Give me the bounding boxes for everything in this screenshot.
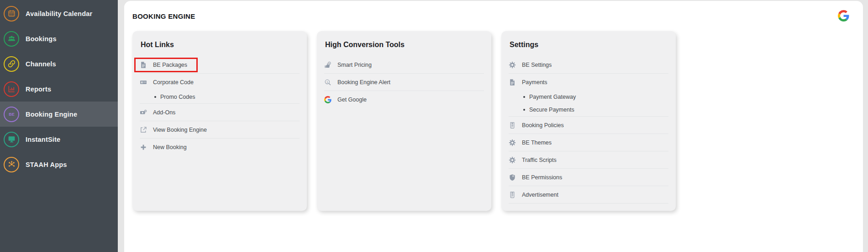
link-view-booking-engine[interactable]: View Booking Engine: [140, 121, 300, 138]
link-be-packages[interactable]: BE Packages: [140, 56, 300, 73]
row-content: BE Permissions: [509, 174, 562, 181]
bullet-dot: [154, 96, 156, 98]
link-label: Traffic Scripts: [522, 157, 557, 163]
card-hot-links: Hot LinksBE Packages$Corporate CodePromo…: [132, 31, 307, 211]
policy-icon: [509, 191, 516, 198]
svg-text:$: $: [329, 62, 330, 64]
link-booking-policies[interactable]: Booking Policies: [509, 117, 668, 134]
row-content: BE Settings: [509, 61, 552, 69]
google-icon: [324, 96, 332, 103]
link-label: View Booking Engine: [153, 127, 207, 133]
link-icon: [4, 56, 19, 72]
google-logo-icon[interactable]: [838, 10, 849, 21]
link-get-google[interactable]: Get Google: [324, 91, 484, 108]
link-label: New Booking: [153, 144, 187, 150]
bullet-dot: [523, 96, 525, 98]
row-content: $Corporate Code: [140, 79, 194, 86]
panel-inner: BOOKING ENGINE Hot LinksBE Packages$Corp…: [124, 1, 863, 252]
link-traffic-scripts[interactable]: Traffic Scripts: [509, 151, 668, 168]
sidebar-item-channels[interactable]: Channels: [0, 51, 118, 76]
hub-icon: [4, 157, 19, 172]
link-label: Get Google: [337, 97, 367, 103]
svg-text:$: $: [326, 80, 328, 83]
sidebar-item-bookings[interactable]: Bookings: [0, 26, 118, 51]
sublink-promo-codes[interactable]: Promo Codes: [140, 91, 300, 103]
sublink-label: Promo Codes: [160, 94, 195, 100]
row-content: $Booking Engine Alert: [324, 79, 390, 86]
link-add-ons[interactable]: Add-Ons: [140, 104, 300, 121]
link-booking-engine-alert[interactable]: $Booking Engine Alert: [324, 74, 484, 91]
link-smart-pricing[interactable]: $Smart Pricing: [324, 56, 484, 73]
gear-icon: [509, 156, 516, 164]
link-label: BE Packages: [153, 62, 187, 68]
row-content: Get Google: [324, 96, 367, 103]
link-advertisement[interactable]: Advertisement: [509, 186, 668, 203]
document-icon: [509, 79, 516, 86]
sidebar-item-label: Availability Calendar: [26, 10, 92, 17]
link-label: Payments: [522, 79, 547, 86]
divider: [509, 203, 668, 204]
link-label: Advertisement: [522, 192, 558, 198]
card-title: High Conversion Tools: [325, 40, 484, 49]
sidebar-item-label: Bookings: [26, 35, 57, 43]
link-label: Booking Policies: [522, 122, 564, 129]
sidebar-item-availability-calendar[interactable]: Availability Calendar: [0, 1, 118, 26]
link-label: Booking Engine Alert: [337, 79, 390, 86]
bullet-dot: [523, 109, 525, 111]
row-content: Advertisement: [509, 191, 558, 198]
link-be-settings[interactable]: BE Settings: [509, 56, 668, 73]
card-high-conversion-tools: High Conversion Tools$Smart Pricing$Book…: [317, 31, 491, 211]
sidebar-item-reports[interactable]: Reports: [0, 76, 118, 102]
addons-icon: [140, 109, 147, 116]
calendar-icon: [4, 6, 19, 21]
document-icon: [140, 61, 147, 69]
link-be-permissions[interactable]: BE Permissions: [509, 169, 668, 186]
sidebar-item-staah-apps[interactable]: STAAH Apps: [0, 152, 118, 177]
policy-icon: [509, 122, 516, 129]
sublink-secure-payments[interactable]: Secure Payments: [509, 103, 668, 116]
link-new-booking[interactable]: New Booking: [140, 139, 300, 155]
svg-text:$: $: [141, 81, 142, 83]
external-link-icon: [140, 126, 147, 134]
card-title: Hot Links: [141, 40, 300, 49]
row-content: Traffic Scripts: [509, 156, 557, 164]
sidebar-item-label: InstantSite: [26, 136, 60, 143]
report-icon: [4, 81, 19, 97]
sidebar: Availability CalendarBookingsChannelsRep…: [0, 0, 118, 252]
sidebar-item-instantsite[interactable]: InstantSite: [0, 127, 118, 152]
link-label: Smart Pricing: [337, 62, 372, 68]
shield-icon: [509, 174, 516, 181]
sidebar-item-label: Booking Engine: [26, 111, 77, 118]
be-badge-icon: BE: [4, 107, 19, 122]
sublink-label: Payment Gateway: [529, 94, 576, 100]
link-be-themes[interactable]: BE Themes: [509, 134, 668, 151]
row-content: New Booking: [140, 144, 187, 151]
page-title: BOOKING ENGINE: [132, 12, 850, 20]
row-content: Add-Ons: [140, 109, 175, 116]
sublink-payment-gateway[interactable]: Payment Gateway: [509, 91, 668, 103]
row-content: Booking Policies: [509, 122, 564, 129]
link-label: BE Permissions: [522, 174, 562, 181]
search-dollar-icon: $: [324, 79, 332, 86]
link-label: Corporate Code: [153, 79, 194, 86]
sidebar-menu: Availability CalendarBookingsChannelsRep…: [0, 0, 118, 177]
link-corporate-code[interactable]: $Corporate Code: [140, 74, 300, 91]
gear-icon: [509, 61, 516, 69]
plus-icon: [140, 144, 147, 151]
link-label: BE Settings: [522, 62, 552, 68]
link-label: Add-Ons: [153, 109, 175, 116]
sidebar-item-label: STAAH Apps: [26, 161, 67, 168]
row-content: BE Themes: [509, 139, 552, 146]
smart-pricing-icon: $: [324, 61, 332, 69]
main-panel: BOOKING ENGINE Hot LinksBE Packages$Corp…: [124, 1, 863, 252]
users-icon: [4, 31, 19, 47]
card-settings: SettingsBE SettingsPaymentsPayment Gatew…: [501, 31, 676, 211]
gear-icon: [509, 139, 516, 146]
sidebar-item-booking-engine[interactable]: BEBooking Engine: [0, 102, 118, 127]
sidebar-item-label: Channels: [26, 60, 56, 68]
sublink-label: Secure Payments: [529, 107, 574, 113]
link-payments[interactable]: Payments: [509, 74, 668, 91]
highlight-box: BE Packages: [134, 58, 198, 72]
link-label: BE Themes: [522, 139, 552, 146]
card-title: Settings: [510, 40, 668, 49]
